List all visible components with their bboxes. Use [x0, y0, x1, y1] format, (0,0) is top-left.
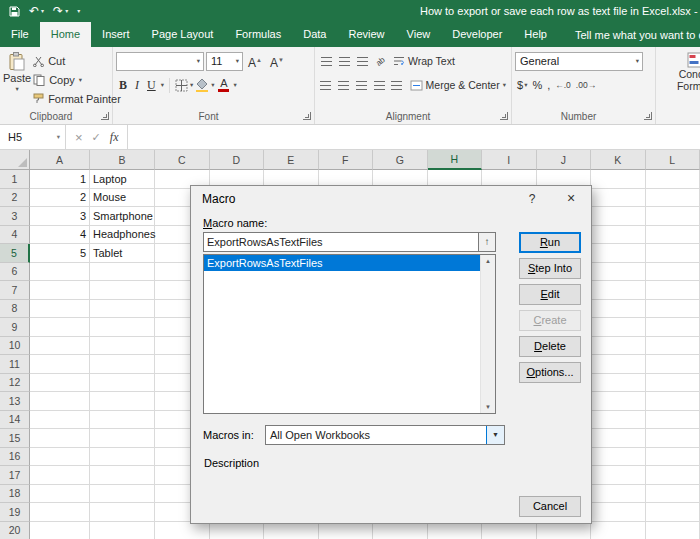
cell-A3[interactable]: 3: [30, 207, 90, 226]
cell-C20[interactable]: [155, 522, 210, 539]
scrollbar-down-icon[interactable]: ▼: [481, 404, 495, 410]
column-header-C[interactable]: C: [155, 150, 210, 170]
name-box[interactable]: H5 ▾: [0, 125, 66, 149]
cell-A18[interactable]: [30, 485, 90, 504]
macro-list[interactable]: ExportRowsAsTextFiles ▲ ▼: [203, 254, 496, 414]
dialog-titlebar[interactable]: Macro ? ×: [191, 186, 591, 212]
macros-in-dropdown-icon[interactable]: ▼: [486, 426, 504, 444]
format-painter-button[interactable]: Format Painter: [31, 89, 123, 108]
align-right-button[interactable]: [353, 78, 369, 92]
edit-button[interactable]: Edit: [519, 284, 581, 305]
tab-data[interactable]: Data: [292, 22, 337, 47]
column-header-J[interactable]: J: [537, 150, 592, 170]
cell-H20[interactable]: [428, 522, 483, 539]
undo-button[interactable]: ↶▾: [29, 0, 44, 22]
help-button[interactable]: ?: [525, 192, 539, 206]
cell-A2[interactable]: 2: [30, 189, 90, 208]
undo-dropdown-icon[interactable]: ▾: [41, 0, 44, 22]
decrease-indent-button[interactable]: [371, 78, 387, 92]
cell-A5[interactable]: 5: [30, 244, 90, 263]
tab-insert[interactable]: Insert: [91, 22, 141, 47]
row-header-20[interactable]: 20: [0, 522, 30, 539]
cancel-entry-icon[interactable]: ×: [75, 130, 83, 145]
cell-B18[interactable]: [90, 485, 155, 504]
cell-B16[interactable]: [90, 448, 155, 467]
cell-B11[interactable]: [90, 355, 155, 374]
tab-page-layout[interactable]: Page Layout: [141, 22, 225, 47]
percent-style-button[interactable]: %: [532, 79, 542, 91]
row-header-11[interactable]: 11: [0, 355, 30, 374]
customize-qat-button[interactable]: ▾: [77, 0, 80, 22]
cell-B14[interactable]: [90, 411, 155, 430]
cell-K17[interactable]: [591, 466, 646, 485]
cell-A17[interactable]: [30, 466, 90, 485]
cell-B10[interactable]: [90, 337, 155, 356]
cell-L20[interactable]: [646, 522, 700, 539]
fill-color-dropdown-icon[interactable]: ▾: [211, 81, 214, 89]
cell-A16[interactable]: [30, 448, 90, 467]
tab-review[interactable]: Review: [337, 22, 395, 47]
bold-button[interactable]: B: [116, 76, 130, 94]
row-header-16[interactable]: 16: [0, 448, 30, 467]
column-header-K[interactable]: K: [591, 150, 646, 170]
cell-L13[interactable]: [646, 392, 700, 411]
font-dialog-launcher[interactable]: [303, 112, 311, 120]
cell-K16[interactable]: [591, 448, 646, 467]
cut-button[interactable]: Cut: [31, 52, 123, 71]
font-name-combo[interactable]: ▾: [116, 52, 204, 71]
borders-dropdown-icon[interactable]: ▾: [190, 81, 193, 89]
cell-B20[interactable]: [90, 522, 155, 539]
cell-D20[interactable]: [210, 522, 265, 539]
cell-A10[interactable]: [30, 337, 90, 356]
font-name-dropdown-icon[interactable]: ▾: [194, 57, 200, 65]
cell-K20[interactable]: [591, 522, 646, 539]
cell-K14[interactable]: [591, 411, 646, 430]
macro-list-item[interactable]: ExportRowsAsTextFiles: [204, 255, 480, 271]
column-header-F[interactable]: F: [319, 150, 374, 170]
cell-B12[interactable]: [90, 374, 155, 393]
borders-icon[interactable]: [175, 79, 188, 92]
alignment-dialog-launcher[interactable]: [500, 112, 508, 120]
cell-L18[interactable]: [646, 485, 700, 504]
macros-in-combo[interactable]: All Open Workbooks ▼: [265, 425, 505, 445]
row-header-9[interactable]: 9: [0, 318, 30, 337]
cell-K6[interactable]: [591, 263, 646, 282]
row-header-7[interactable]: 7: [0, 281, 30, 300]
cell-K9[interactable]: [591, 318, 646, 337]
underline-dropdown-icon[interactable]: ▾: [161, 81, 164, 89]
row-header-19[interactable]: 19: [0, 503, 30, 522]
cancel-button[interactable]: Cancel: [519, 496, 581, 517]
name-box-dropdown-icon[interactable]: ▾: [57, 133, 65, 141]
cell-L4[interactable]: [646, 226, 700, 245]
scroll-up-button[interactable]: ↑: [478, 232, 496, 252]
column-header-E[interactable]: E: [264, 150, 319, 170]
cell-K11[interactable]: [591, 355, 646, 374]
cell-B5[interactable]: Tablet: [90, 244, 155, 263]
merge-center-button[interactable]: Merge & Center ▾: [407, 79, 509, 91]
cell-A1[interactable]: 1: [30, 170, 90, 189]
middle-align-button[interactable]: [336, 54, 352, 68]
accounting-format-button[interactable]: $▾: [517, 79, 527, 91]
tab-home[interactable]: Home: [40, 22, 91, 47]
list-scrollbar[interactable]: ▲ ▼: [480, 255, 495, 413]
number-format-dropdown-icon[interactable]: ▾: [633, 57, 639, 65]
cell-E20[interactable]: [264, 522, 319, 539]
row-header-4[interactable]: 4: [0, 226, 30, 245]
font-color-icon[interactable]: A: [216, 78, 231, 92]
row-header-6[interactable]: 6: [0, 263, 30, 282]
cell-K10[interactable]: [591, 337, 646, 356]
scrollbar-up-icon[interactable]: ▲: [481, 258, 495, 264]
increase-font-size-button[interactable]: A▲: [245, 51, 265, 72]
cell-B6[interactable]: [90, 263, 155, 282]
cell-B1[interactable]: Laptop: [90, 170, 155, 189]
cell-A11[interactable]: [30, 355, 90, 374]
cell-A12[interactable]: [30, 374, 90, 393]
conditional-formatting-button[interactable]: Conditi Formatt: [659, 50, 700, 92]
cell-B9[interactable]: [90, 318, 155, 337]
cell-A9[interactable]: [30, 318, 90, 337]
cell-L14[interactable]: [646, 411, 700, 430]
cell-L12[interactable]: [646, 374, 700, 393]
cell-K8[interactable]: [591, 300, 646, 319]
cell-K3[interactable]: [591, 207, 646, 226]
align-left-button[interactable]: [318, 78, 334, 92]
